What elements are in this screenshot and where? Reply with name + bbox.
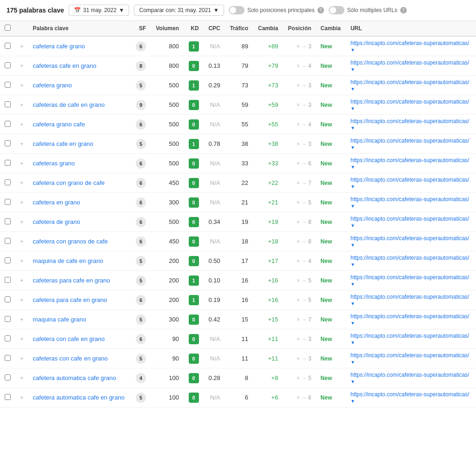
- keyword-link[interactable]: cafetera en grano: [33, 199, 80, 206]
- toggle-main-positions[interactable]: [229, 6, 245, 14]
- toggle-multiple-urls[interactable]: [329, 6, 344, 14]
- url-link[interactable]: https://incapto.com/cafeteras-superautom…: [350, 216, 471, 222]
- row-expand-btn[interactable]: +: [15, 251, 28, 271]
- row-checkbox-cell[interactable]: [0, 271, 15, 290]
- url-dropdown-icon[interactable]: ▼: [350, 86, 471, 92]
- url-dropdown-icon[interactable]: ▼: [350, 203, 471, 209]
- keyword-link[interactable]: cafeteras cafe en grano: [33, 62, 97, 69]
- th-traffic[interactable]: Tráfico: [225, 21, 253, 36]
- th-keyword[interactable]: Palabra clave: [28, 21, 131, 36]
- keyword-link[interactable]: maquina cafe grano: [33, 316, 86, 323]
- keyword-link[interactable]: cafetera grano: [33, 82, 72, 89]
- url-link[interactable]: https://incapto.com/cafeteras-superautom…: [350, 255, 471, 261]
- url-link[interactable]: https://incapto.com/cafeteras-superautom…: [350, 196, 471, 203]
- keyword-link[interactable]: cafeteras de cafe en grano: [33, 101, 105, 108]
- row-checkbox-cell[interactable]: [0, 56, 15, 76]
- row-checkbox-cell[interactable]: [0, 76, 15, 95]
- help-icon-2[interactable]: ?: [400, 7, 407, 13]
- th-position[interactable]: Posición: [283, 21, 316, 36]
- row-checkbox-cell[interactable]: [0, 232, 15, 251]
- row-checkbox[interactable]: [5, 355, 11, 361]
- row-checkbox-cell[interactable]: [0, 251, 15, 271]
- row-checkbox[interactable]: [5, 257, 11, 263]
- row-expand-btn[interactable]: +: [15, 368, 28, 388]
- keyword-link[interactable]: cafetera para cafe en grano: [33, 296, 107, 303]
- url-link[interactable]: https://incapto.com/cafeteras-superautom…: [350, 372, 471, 378]
- row-checkbox[interactable]: [5, 199, 11, 205]
- row-expand-btn[interactable]: +: [15, 329, 28, 349]
- row-checkbox-cell[interactable]: [0, 36, 15, 56]
- row-expand-btn[interactable]: +: [15, 173, 28, 193]
- row-checkbox-cell[interactable]: [0, 95, 15, 115]
- date-picker-button[interactable]: 📅 31 may. 2022 ▼: [69, 5, 130, 16]
- url-link[interactable]: https://incapto.com/cafeteras-superautom…: [350, 333, 471, 339]
- url-link[interactable]: https://incapto.com/cafeteras-superautom…: [350, 98, 471, 105]
- row-checkbox-cell[interactable]: [0, 173, 15, 193]
- row-checkbox[interactable]: [5, 179, 11, 185]
- row-checkbox-cell[interactable]: [0, 193, 15, 212]
- compare-button[interactable]: Comparar con: 31 may. 2021 ▼: [134, 5, 224, 16]
- row-expand-btn[interactable]: +: [15, 388, 28, 407]
- row-checkbox[interactable]: [5, 296, 11, 302]
- row-checkbox[interactable]: [5, 43, 11, 49]
- keyword-link[interactable]: cafetera con grano de cafe: [33, 179, 105, 186]
- th-cpc[interactable]: CPC: [204, 21, 225, 36]
- url-link[interactable]: https://incapto.com/cafeteras-superautom…: [350, 352, 471, 359]
- keyword-link[interactable]: maquina de cafe en grano: [33, 257, 103, 264]
- keyword-link[interactable]: cafeteras con cafe en grano: [33, 355, 108, 362]
- url-dropdown-icon[interactable]: ▼: [350, 67, 471, 72]
- keyword-link[interactable]: cafetera con cafe en grano: [33, 335, 105, 342]
- url-dropdown-icon[interactable]: ▼: [350, 321, 471, 326]
- row-checkbox[interactable]: [5, 101, 11, 107]
- row-expand-btn[interactable]: +: [15, 193, 28, 212]
- row-checkbox[interactable]: [5, 218, 11, 224]
- url-dropdown-icon[interactable]: ▼: [350, 106, 471, 111]
- th-volume[interactable]: Volumen: [151, 21, 184, 36]
- row-checkbox-cell[interactable]: [0, 329, 15, 349]
- row-expand-btn[interactable]: +: [15, 290, 28, 310]
- url-link[interactable]: https://incapto.com/cafeteras-superautom…: [350, 118, 471, 125]
- row-expand-btn[interactable]: +: [15, 76, 28, 95]
- keyword-link[interactable]: cafetera automatica cafe grano: [33, 374, 116, 381]
- row-checkbox-cell[interactable]: [0, 388, 15, 407]
- url-dropdown-icon[interactable]: ▼: [350, 164, 471, 170]
- row-expand-btn[interactable]: +: [15, 310, 28, 329]
- url-dropdown-icon[interactable]: ▼: [350, 301, 471, 306]
- row-expand-btn[interactable]: +: [15, 212, 28, 232]
- keyword-link[interactable]: cafetera cafe en grano: [33, 140, 93, 147]
- row-checkbox-cell[interactable]: [0, 212, 15, 232]
- row-expand-btn[interactable]: +: [15, 349, 28, 368]
- row-expand-btn[interactable]: +: [15, 115, 28, 134]
- row-checkbox[interactable]: [5, 335, 11, 341]
- keyword-link[interactable]: cafeteras grano: [33, 160, 75, 167]
- row-expand-btn[interactable]: +: [15, 154, 28, 173]
- row-checkbox-cell[interactable]: [0, 310, 15, 329]
- url-link[interactable]: https://incapto.com/cafeteras-superautom…: [350, 235, 471, 242]
- url-dropdown-icon[interactable]: ▼: [350, 262, 471, 267]
- keyword-link[interactable]: cafetera de grano: [33, 218, 80, 225]
- row-expand-btn[interactable]: +: [15, 232, 28, 251]
- url-link[interactable]: https://incapto.com/cafeteras-superautom…: [350, 391, 471, 398]
- row-checkbox[interactable]: [5, 238, 11, 244]
- url-link[interactable]: https://incapto.com/cafeteras-superautom…: [350, 274, 471, 281]
- row-checkbox[interactable]: [5, 160, 11, 166]
- th-sf[interactable]: SF: [131, 21, 151, 36]
- url-link[interactable]: https://incapto.com/cafeteras-superautom…: [350, 157, 471, 164]
- row-expand-btn[interactable]: +: [15, 134, 28, 154]
- row-checkbox-cell[interactable]: [0, 349, 15, 368]
- row-checkbox[interactable]: [5, 121, 11, 127]
- url-link[interactable]: https://incapto.com/cafeteras-superautom…: [350, 313, 471, 320]
- row-checkbox[interactable]: [5, 62, 11, 68]
- row-checkbox-cell[interactable]: [0, 115, 15, 134]
- url-dropdown-icon[interactable]: ▼: [350, 125, 471, 131]
- url-dropdown-icon[interactable]: ▼: [350, 243, 471, 248]
- url-dropdown-icon[interactable]: ▼: [350, 184, 471, 189]
- row-checkbox[interactable]: [5, 277, 11, 283]
- keyword-link[interactable]: cafetera cafe grano: [33, 43, 85, 50]
- row-checkbox-cell[interactable]: [0, 154, 15, 173]
- th-change-traffic[interactable]: Cambia: [253, 21, 283, 36]
- keyword-link[interactable]: cafetera grano cafe: [33, 121, 85, 128]
- row-expand-btn[interactable]: +: [15, 56, 28, 76]
- row-checkbox-cell[interactable]: [0, 290, 15, 310]
- url-link[interactable]: https://incapto.com/cafeteras-superautom…: [350, 138, 471, 144]
